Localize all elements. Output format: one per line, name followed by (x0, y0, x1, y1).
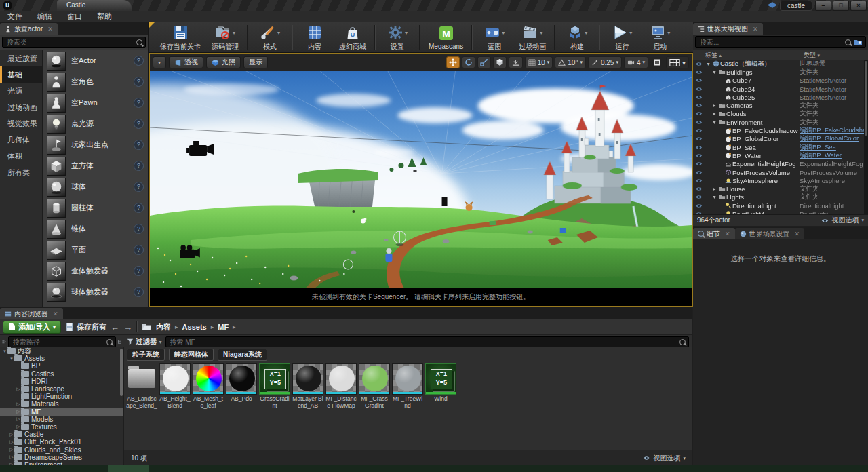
place-item[interactable]: 锥体? (43, 218, 148, 239)
visibility-eye-icon[interactable] (693, 203, 704, 208)
help-icon[interactable]: ? (134, 161, 144, 171)
outliner-row[interactable]: ▸Clouds文件夹 (693, 110, 864, 118)
menu-item-编辑[interactable]: 编辑 (30, 11, 60, 22)
perspective-button[interactable]: 透视 (169, 56, 203, 68)
viewport-layout-button[interactable]: ▾ (666, 56, 689, 68)
expander-icon[interactable]: ▷ (16, 424, 21, 429)
folder-tree-item-Assets[interactable]: ▾Assets (0, 355, 123, 362)
asset-tile[interactable]: MF_Distance FlowMap (325, 363, 357, 410)
place-category-最近放置[interactable]: 最近放置 (0, 50, 42, 66)
place-category-光源[interactable]: 光源 (0, 83, 42, 99)
content-view-options[interactable]: 视图选项▾ (643, 454, 686, 463)
folder-tree-item-Castle[interactable]: ▷Castle (0, 431, 123, 438)
help-icon[interactable]: ? (134, 224, 144, 234)
visibility-eye-icon[interactable] (693, 153, 704, 158)
help-icon[interactable]: ? (134, 203, 144, 213)
place-item[interactable]: 空角色? (43, 71, 148, 92)
asset-tile[interactable]: MF_Grass Gradint (358, 363, 391, 410)
help-icon[interactable]: ? (134, 119, 144, 129)
coordinate-system-button[interactable] (493, 56, 507, 68)
tab-details[interactable]: 细节 ✕ (693, 228, 735, 239)
close-icon[interactable]: ✕ (53, 311, 58, 317)
close-button[interactable]: × (850, 1, 867, 11)
close-icon[interactable]: ✕ (795, 231, 800, 237)
forward-button[interactable]: → (123, 322, 132, 332)
toolbar-button-save[interactable]: 保存当前关卡 (155, 23, 205, 52)
outliner-row[interactable]: SkyAtmosphereSkyAtmosphere (693, 176, 864, 184)
edit-blueprint-link[interactable]: 编辑BP_Water (800, 151, 864, 160)
menu-item-帮助[interactable]: 帮助 (90, 11, 119, 22)
folder-tree-item-Castles[interactable]: Castles (0, 370, 123, 378)
outliner-row[interactable]: ▾Castle（编辑器）世界场景 (693, 60, 864, 68)
asset-search-input[interactable] (169, 338, 677, 347)
outliner-scrollbar[interactable] (864, 60, 868, 215)
outliner-row[interactable]: BP_GlobalColor编辑BP_GlobalColor (693, 135, 864, 143)
edit-blueprint-link[interactable]: 编辑BP_FakeCloudshadow (800, 126, 864, 135)
maximize-viewport-button[interactable] (650, 56, 664, 68)
place-search-input[interactable] (5, 38, 134, 47)
place-category-视觉效果[interactable]: 视觉效果 (0, 115, 42, 132)
back-button[interactable]: ← (111, 322, 119, 332)
move-tool-button[interactable] (446, 56, 460, 68)
place-category-所有类[interactable]: 所有类 (0, 164, 42, 180)
outliner-row[interactable]: BP_Water编辑BP_Water (693, 151, 864, 159)
visibility-eye-icon[interactable] (693, 136, 704, 141)
tab-place-actors[interactable]: 放置actor ✕ (0, 23, 58, 35)
expander-icon[interactable]: ▾ (2, 349, 7, 354)
close-icon[interactable]: ✕ (753, 26, 758, 33)
minimize-button[interactable]: – (815, 1, 831, 11)
asset-tile[interactable]: MF_TreeWind (391, 363, 424, 410)
expander-icon[interactable]: ▾ (711, 69, 717, 75)
add-import-button[interactable]: 添加/导入▾ (3, 321, 61, 334)
filter-chip-Niagara系统[interactable]: Niagara系统 (218, 349, 267, 361)
toolbar-button-megascans[interactable]: MMegascans (424, 24, 468, 51)
toolbar-button-build[interactable]: ▾构建 (559, 23, 595, 52)
expander-icon[interactable]: ▷ (9, 439, 14, 445)
outliner-row[interactable]: ▾LIghts文件夹 (693, 193, 864, 201)
outliner-row[interactable]: ▸Cameras文件夹 (693, 101, 864, 109)
place-item[interactable]: 盒体触发器? (43, 260, 148, 281)
folder-tree-item-HDRI[interactable]: HDRI (0, 378, 123, 385)
level-viewport[interactable]: ▾ 透视 光照 显示 (149, 53, 693, 307)
asset-tile[interactable]: AB_Landscape_Blend_MF (125, 363, 158, 410)
visibility-eye-icon[interactable] (693, 95, 704, 100)
visibility-eye-icon[interactable] (693, 103, 704, 108)
outliner-search-input[interactable] (698, 38, 842, 47)
help-icon[interactable]: ? (134, 56, 144, 66)
folder-tree-item-LightFunction[interactable]: LightFunction (0, 393, 123, 400)
expander-icon[interactable]: ▾ (9, 356, 14, 361)
visibility-eye-icon[interactable] (693, 111, 704, 116)
visibility-eye-icon[interactable] (693, 120, 704, 125)
folder-tree-item-MF[interactable]: ▷MF (0, 408, 123, 416)
breadcrumb-item-Assets[interactable]: Assets (182, 323, 207, 331)
folder-tree-item-内容[interactable]: ▾内容 (0, 347, 123, 355)
folder-tree-item-Cliff_Rock_Pack01[interactable]: ▷Cliff_Rock_Pack01 (0, 438, 123, 446)
visibility-eye-icon[interactable] (693, 78, 704, 83)
visibility-eye-icon[interactable] (693, 195, 704, 199)
outliner-row[interactable]: BP_FakeCloudshadow编辑BP_FakeCloudshadow (693, 126, 864, 134)
place-category-过场动画[interactable]: 过场动画 (0, 99, 42, 115)
toolbar-button-launch[interactable]: ▾启动 (642, 23, 678, 52)
tab-world-outliner[interactable]: 世界大纲视图 ✕ (693, 23, 763, 35)
help-icon[interactable]: ? (134, 287, 144, 297)
expander-icon[interactable]: ▾ (711, 194, 717, 200)
path-search-input[interactable] (12, 338, 104, 347)
tab-world-settings[interactable]: 世界场景设置 ✕ (735, 228, 805, 239)
place-item[interactable]: 空Pawn? (43, 92, 148, 113)
visibility-eye-icon[interactable] (693, 87, 704, 92)
filter-chip-粒子系统[interactable]: 粒子系统 (127, 349, 165, 361)
expander-icon[interactable]: ▸ (711, 186, 717, 192)
folder-tree-item-Clouds_and_Skies[interactable]: ▷Clouds_and_Skies (0, 446, 123, 453)
expander-icon[interactable]: ▸ (711, 111, 717, 117)
toolbar-button-modes[interactable]: ▾模式 (252, 23, 288, 52)
breadcrumb-item-MF[interactable]: MF (218, 323, 229, 331)
asset-tile[interactable]: AB_Pdo (225, 363, 258, 410)
expander-icon[interactable]: ▷ (9, 454, 14, 460)
outliner-view-options[interactable]: 视图选项▾ (821, 216, 864, 225)
place-item[interactable]: 立方体? (43, 155, 148, 176)
outliner-search[interactable] (695, 36, 866, 48)
scale-tool-button[interactable] (477, 56, 491, 68)
place-item[interactable]: 平面? (43, 239, 148, 260)
close-icon[interactable]: ✕ (725, 231, 730, 237)
place-category-基础[interactable]: 基础 (0, 66, 42, 83)
